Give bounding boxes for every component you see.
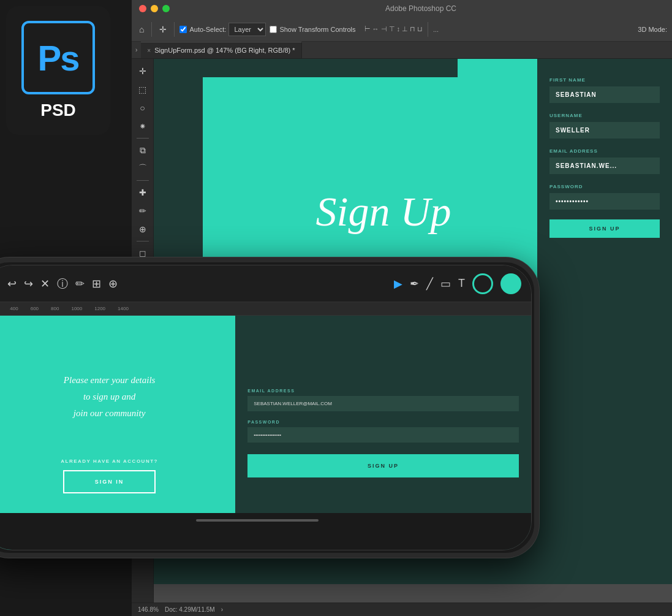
move-tool-icon[interactable]: ✛ xyxy=(157,23,169,36)
close-button[interactable] xyxy=(139,5,146,12)
phone-email-label: EMAIL ADDRESS xyxy=(247,389,519,393)
align-center-h-icon[interactable]: ↔ xyxy=(372,25,379,33)
iphone-line-icon[interactable]: ╱ xyxy=(426,277,433,291)
tab-name: SignUpForm.psd @ 147% (BG Right, RGB/8) … xyxy=(154,47,295,54)
align-center-v-icon[interactable]: ↕ xyxy=(397,25,401,33)
transform-label: Show Transform Controls xyxy=(279,26,355,33)
phone-password-value: •••••••••••••••• xyxy=(254,432,281,438)
eyedropper-tool[interactable]: ⌒ xyxy=(134,160,151,177)
iphone-info-icon[interactable]: ⓘ xyxy=(57,276,68,291)
toolbar-divider-1 xyxy=(151,22,152,37)
ruler-mark-1400: 1400 xyxy=(118,306,129,311)
distribute-h-icon[interactable]: ⊓ xyxy=(410,25,415,33)
email-value: SEBASTIAN.WE... xyxy=(549,158,660,174)
iphone-redo-icon[interactable]: ↪ xyxy=(24,277,33,291)
signin-button[interactable]: SIGN IN xyxy=(63,470,156,493)
tab-scroll-left[interactable]: › xyxy=(132,47,141,53)
more-icon[interactable]: ... xyxy=(433,26,439,33)
iphone-toolbar: ≡ ↩ ↪ ✕ ⓘ ✏ ⊞ ⊕ ▶ ✒ ╱ ▭ T xyxy=(0,265,531,302)
distribute-v-icon[interactable]: ⊔ xyxy=(417,25,423,33)
autoselect-group: Auto-Select: Layer Group xyxy=(179,23,266,36)
form-field-username: USERNAME SWELLER xyxy=(549,113,660,139)
tool-separator-1 xyxy=(137,138,149,139)
zoom-level: 146.8% xyxy=(138,606,159,613)
username-value: SWELLER xyxy=(549,122,660,139)
autoselect-checkbox[interactable] xyxy=(179,26,187,33)
iphone-home-bar xyxy=(196,519,319,522)
phone-signup-button[interactable]: SIGN UP xyxy=(247,454,519,477)
iphone-frame: ≡ ↩ ↪ ✕ ⓘ ✏ ⊞ ⊕ ▶ ✒ ╱ ▭ T xyxy=(0,257,539,558)
align-right-icon[interactable]: ⊣ xyxy=(381,25,387,33)
title-bar: Adobe Photoshop CC xyxy=(132,0,672,17)
lasso-tool[interactable]: ○ xyxy=(134,99,151,116)
crop-tool[interactable]: ⧉ xyxy=(134,142,151,159)
form-field-password: PASSWORD •••••••••••• xyxy=(549,184,660,210)
iphone-close-icon[interactable]: ✕ xyxy=(40,277,50,291)
ruler-mark-1000: 1000 xyxy=(71,306,82,311)
brush-tool[interactable]: ✏ xyxy=(134,202,151,219)
signup-title-canvas: Sign Up xyxy=(316,188,451,236)
align-top-icon[interactable]: ⊤ xyxy=(389,25,395,33)
iphone-fill-icon[interactable] xyxy=(500,273,521,294)
iphone-pen-icon[interactable]: ✒ xyxy=(410,277,419,291)
phone-email-value: SEBASTIAN.WELLER@MAIL.COM xyxy=(254,401,332,406)
firstname-label: FIRST NAME xyxy=(549,77,660,83)
wand-tool[interactable]: ⁕ xyxy=(134,118,151,135)
form-field-email: EMAIL ADDRESS SEBASTIAN.WE... xyxy=(549,148,660,174)
canvas-right-panel: FIRST NAME SEBASTIAN USERNAME SWELLER EM… xyxy=(537,59,672,584)
align-bottom-icon[interactable]: ⊥ xyxy=(402,25,408,33)
ruler-mark-800: 800 xyxy=(51,306,59,311)
maximize-button[interactable] xyxy=(162,5,170,12)
phone-password-input[interactable]: •••••••••••••••• xyxy=(247,427,519,443)
password-label: PASSWORD xyxy=(549,184,660,189)
ps-label: PSD xyxy=(40,101,76,120)
toolbar: ⌂ ✛ Auto-Select: Layer Group Show Transf… xyxy=(132,17,672,42)
ruler-mark-400: 400 xyxy=(10,306,18,311)
home-icon[interactable]: ⌂ xyxy=(137,23,146,36)
layer-dropdown[interactable]: Layer Group xyxy=(228,23,266,36)
username-label: USERNAME xyxy=(549,113,660,118)
ruler-mark-600: 600 xyxy=(31,306,39,311)
iphone-text-icon[interactable]: T xyxy=(458,277,465,290)
phone-password-label: PASSWORD xyxy=(247,420,519,424)
phone-tagline: Please enter your details to sign up and… xyxy=(64,372,156,422)
form-field-firstname: FIRST NAME SEBASTIAN xyxy=(549,77,660,103)
status-arrow[interactable]: › xyxy=(221,606,223,613)
iphone-pencil-icon[interactable]: ✏ xyxy=(75,277,85,291)
canvas-signup-button[interactable]: SIGN UP xyxy=(549,219,660,238)
active-tab[interactable]: × SignUpForm.psd @ 147% (BG Right, RGB/8… xyxy=(141,42,301,58)
iphone-radio-icon[interactable] xyxy=(472,273,493,294)
iphone-bottom xyxy=(0,513,531,550)
heal-tool[interactable]: ✚ xyxy=(134,184,151,201)
iphone-undo-icon[interactable]: ↩ xyxy=(7,277,17,291)
iphone-ruler: 200 400 600 800 1000 1200 1400 xyxy=(0,302,531,316)
iphone-toolbar-right: ▶ ✒ ╱ ▭ T xyxy=(394,273,521,294)
3d-mode-label: 3D Mode: xyxy=(638,26,667,33)
align-icons: ⊢ ↔ ⊣ ⊤ ↕ ⊥ ⊓ ⊔ xyxy=(364,25,423,33)
window-title: Adobe Photoshop CC xyxy=(385,4,456,13)
tagline-line1: Please enter your details xyxy=(64,375,156,385)
doc-info: Doc: 4.29M/11.5M xyxy=(165,606,215,613)
iphone-cursor-icon[interactable]: ▶ xyxy=(394,277,402,291)
3d-mode-group: 3D Mode: xyxy=(638,26,667,33)
doc-value: 4.29M/11.5M xyxy=(179,606,214,613)
ps-logo-letters: Ps xyxy=(38,37,79,78)
password-value: •••••••••••• xyxy=(549,193,660,210)
align-left-icon[interactable]: ⊢ xyxy=(364,25,371,33)
selection-tool[interactable]: ⬚ xyxy=(134,81,151,98)
tab-close-icon[interactable]: × xyxy=(147,47,151,54)
autoselect-label: Auto-Select: xyxy=(189,26,226,33)
email-label: EMAIL ADDRESS xyxy=(549,148,660,154)
iphone-container: ≡ ↩ ↪ ✕ ⓘ ✏ ⊞ ⊕ ▶ ✒ ╱ ▭ T xyxy=(0,257,539,601)
iphone-rect-icon[interactable]: ▭ xyxy=(440,277,451,291)
tool-separator-2 xyxy=(137,180,149,181)
iphone-grid-icon[interactable]: ⊞ xyxy=(92,277,101,291)
phone-email-input[interactable]: SEBASTIAN.WELLER@MAIL.COM xyxy=(247,396,519,411)
minimize-button[interactable] xyxy=(151,5,158,12)
stamp-tool[interactable]: ⊕ xyxy=(134,221,151,238)
transform-checkbox[interactable] xyxy=(270,26,277,33)
transform-group: Show Transform Controls xyxy=(270,26,355,33)
iphone-layers-icon[interactable]: ⊕ xyxy=(108,277,118,291)
tagline-line2: to sign up and xyxy=(83,392,135,401)
move-tool[interactable]: ✛ xyxy=(134,63,151,80)
